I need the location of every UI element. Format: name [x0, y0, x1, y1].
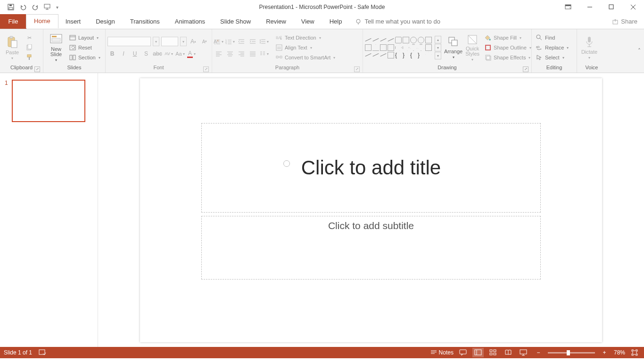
increase-indent-button[interactable] — [248, 37, 257, 46]
bold-button[interactable]: B — [107, 49, 117, 58]
redo-button[interactable] — [29, 1, 41, 13]
replace-label: Replace — [545, 45, 564, 50]
font-name-input[interactable] — [107, 37, 151, 46]
font-name-dropdown[interactable]: ▾ — [153, 37, 159, 46]
tab-design[interactable]: Design — [88, 14, 122, 29]
decrease-indent-button[interactable] — [237, 37, 246, 46]
minimize-button[interactable] — [579, 0, 601, 14]
shapes-up-icon[interactable]: ▴ — [435, 36, 441, 43]
font-color-button[interactable]: A — [187, 49, 196, 58]
layout-button[interactable]: Layout — [67, 33, 102, 42]
align-right-button[interactable] — [237, 49, 246, 58]
title-placeholder[interactable]: Click to add title — [201, 123, 541, 213]
clipboard-dialog-launcher[interactable]: ⤢ — [34, 66, 40, 72]
zoom-out-button[interactable]: − — [533, 348, 544, 357]
zoom-level[interactable]: 78% — [614, 349, 625, 356]
collapse-ribbon-button[interactable]: ˄ — [635, 29, 644, 73]
slide-counter[interactable]: Slide 1 of 1 — [4, 349, 32, 356]
paragraph-dialog-launcher[interactable]: ⤢ — [354, 66, 360, 72]
convert-smartart-button[interactable]: Convert to SmartArt — [273, 53, 337, 62]
align-text-button[interactable]: Align Text — [273, 43, 337, 52]
shapes-gallery[interactable]: {}{} — [365, 37, 432, 58]
tab-animations[interactable]: Animations — [167, 14, 213, 29]
font-dialog-launcher[interactable]: ⤢ — [203, 66, 209, 72]
columns-button[interactable] — [259, 49, 269, 58]
strikethrough-button[interactable]: abc — [153, 49, 162, 58]
slide-thumbnail-1[interactable] — [12, 80, 85, 122]
tab-slideshow[interactable]: Slide Show — [213, 14, 258, 29]
increase-font-size-button[interactable]: A▴ — [189, 37, 198, 46]
copy-button[interactable] — [24, 43, 35, 52]
svg-point-85 — [537, 35, 540, 39]
section-label: Section — [78, 55, 96, 60]
tab-view[interactable]: View — [294, 14, 322, 29]
group-label-font: Font⤢ — [107, 65, 210, 73]
new-slide-button[interactable]: New Slide ▾ — [45, 33, 67, 62]
tab-file[interactable]: File — [0, 14, 26, 29]
shapes-scrollbar[interactable]: ▴ ▾ ▾ — [435, 36, 441, 59]
dictate-button[interactable]: Dictate▾ — [579, 36, 600, 60]
spell-check-icon[interactable] — [39, 349, 46, 356]
shapes-down-icon[interactable]: ▾ — [435, 44, 441, 51]
quick-styles-button[interactable]: Quick Styles▾ — [465, 34, 479, 62]
comments-button[interactable] — [457, 348, 469, 357]
numbering-button[interactable]: 123 — [225, 37, 235, 46]
text-direction-button[interactable]: IIAText Direction — [273, 33, 337, 42]
justify-button[interactable] — [248, 49, 257, 58]
normal-view-button[interactable] — [472, 348, 484, 357]
font-size-input[interactable] — [161, 37, 178, 46]
decrease-font-size-button[interactable]: A▾ — [200, 37, 209, 46]
zoom-slider[interactable] — [548, 352, 595, 354]
shadow-button[interactable]: S — [141, 49, 151, 58]
align-left-button[interactable] — [214, 49, 223, 58]
select-button[interactable]: Select — [534, 53, 570, 62]
svg-rect-7 — [609, 5, 613, 9]
subtitle-placeholder[interactable]: Click to add subtitle — [201, 216, 541, 280]
start-from-beginning-button[interactable] — [41, 1, 54, 13]
shape-fill-button[interactable]: Shape Fill — [482, 33, 533, 42]
close-button[interactable] — [622, 0, 644, 14]
tab-insert[interactable]: Insert — [58, 14, 89, 29]
maximize-button[interactable] — [601, 0, 622, 14]
format-painter-button[interactable] — [24, 53, 35, 62]
zoom-slider-thumb[interactable] — [567, 350, 570, 355]
zoom-in-button[interactable]: + — [599, 348, 610, 357]
find-button[interactable]: Find — [534, 33, 570, 42]
tab-transitions[interactable]: Transitions — [123, 14, 167, 29]
shapes-more-icon[interactable]: ▾ — [435, 52, 441, 59]
reset-button[interactable]: Reset — [67, 43, 102, 52]
save-button[interactable] — [5, 1, 17, 13]
replace-button[interactable]: abReplace — [534, 43, 570, 52]
drawing-dialog-launcher[interactable]: ⤢ — [523, 66, 528, 72]
slide-canvas-area[interactable]: Click to add title Click to add subtitle — [98, 73, 644, 347]
tab-help[interactable]: Help — [322, 14, 350, 29]
reading-view-button[interactable] — [503, 348, 514, 357]
tell-me-search[interactable]: Tell me what you want to do — [349, 14, 440, 29]
slide-sorter-view-button[interactable] — [487, 348, 499, 357]
fit-to-window-button[interactable] — [629, 348, 640, 357]
line-spacing-button[interactable] — [259, 37, 269, 46]
cut-button[interactable]: ✂ — [24, 33, 35, 42]
undo-button[interactable] — [17, 1, 29, 13]
align-center-button[interactable] — [225, 49, 235, 58]
bullets-button[interactable] — [214, 37, 223, 46]
change-case-button[interactable]: Aa — [175, 49, 185, 58]
shape-effects-button[interactable]: Shape Effects — [482, 53, 533, 62]
underline-button[interactable]: U — [130, 49, 140, 58]
font-size-dropdown[interactable]: ▾ — [180, 37, 187, 46]
slide-thumbnails-panel[interactable]: 1 — [0, 73, 98, 347]
arrange-button[interactable]: Arrange▾ — [444, 36, 462, 59]
tab-review[interactable]: Review — [258, 14, 294, 29]
tab-home[interactable]: Home — [26, 14, 58, 29]
share-button[interactable]: Share — [612, 14, 644, 29]
slideshow-view-button[interactable] — [518, 348, 529, 357]
character-spacing-button[interactable]: AV — [164, 49, 173, 58]
qat-customize-button[interactable]: ▾ — [54, 1, 60, 13]
notes-button[interactable]: Notes — [430, 348, 454, 357]
paste-button[interactable]: Paste ▾ — [2, 35, 23, 60]
italic-button[interactable]: I — [119, 49, 128, 58]
section-button[interactable]: Section — [67, 53, 102, 62]
shape-outline-button[interactable]: Shape Outline — [482, 43, 533, 52]
svg-rect-14 — [10, 36, 13, 38]
ribbon-display-options-button[interactable] — [557, 0, 579, 14]
